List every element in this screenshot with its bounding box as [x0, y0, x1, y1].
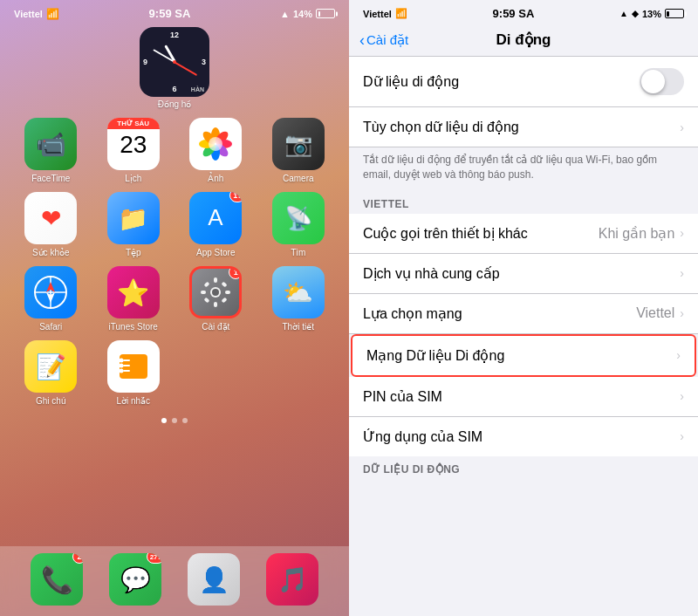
find-icon[interactable]: 📡 — [272, 192, 325, 244]
svg-rect-18 — [214, 302, 217, 307]
right-location-icon2: ◆ — [632, 9, 639, 18]
app-safari[interactable]: Safari — [14, 266, 88, 332]
mobile-data-row[interactable]: Dữ liệu di động — [349, 56, 698, 107]
itunesstore-label: iTunes Store — [109, 322, 158, 332]
viettel-section-header: VIETTEL — [349, 191, 698, 214]
network-selection-row[interactable]: Lựa chọn mạng Viettel › — [349, 294, 698, 334]
health-icon[interactable]: ❤ — [24, 192, 77, 244]
svg-rect-22 — [222, 281, 228, 287]
camera-icon[interactable]: 📷 — [272, 118, 325, 170]
svg-point-16 — [212, 289, 219, 296]
sim-apps-row[interactable]: Ứng dụng của SIM › — [349, 417, 698, 456]
right-phone: Viettel 📶 9:59 SA ▲ ◆ 13% ‹ Cài đặt Di đ… — [349, 0, 698, 616]
app-settings[interactable]: 1 Cài đặt — [179, 266, 253, 332]
chevron-icon-network: › — [680, 306, 684, 320]
appstore-icon[interactable]: A 17 — [189, 192, 242, 244]
dock-contacts[interactable]: 👤 — [188, 553, 240, 606]
app-notes[interactable]: 📝 Ghi chú — [14, 340, 88, 406]
right-battery-label: 13% — [642, 9, 661, 19]
app-itunesstore[interactable]: ⭐ iTunes Store — [97, 266, 171, 332]
calls-other-device-row[interactable]: Cuộc gọi trên thiết bị khác Khi gần bạn … — [349, 214, 698, 254]
app-weather[interactable]: ⛅ Thời tiết — [262, 266, 336, 332]
appstore-svg: A — [200, 202, 231, 234]
reminders-icon[interactable] — [107, 340, 160, 393]
back-button[interactable]: ‹ Cài đặt — [359, 31, 408, 49]
chevron-icon-sim-pin: › — [680, 389, 684, 403]
right-wifi-icon: 📶 — [395, 8, 407, 19]
page-dot-2 — [172, 418, 177, 423]
dock-music[interactable]: 🎵 — [266, 553, 318, 606]
nav-title: Di động — [496, 31, 551, 49]
app-files[interactable]: 📁 Tệp — [97, 192, 171, 257]
contacts-symbol: 👤 — [199, 565, 229, 594]
clock-app-label: Đồng hồ — [158, 99, 192, 109]
mobile-data-network-row[interactable]: Mạng Dữ liệu Di động › — [351, 334, 696, 377]
app-facetime[interactable]: 📹 FaceTime — [14, 118, 88, 183]
page-dot-1 — [161, 418, 167, 423]
itunesstore-icon[interactable]: ⭐ — [107, 266, 160, 318]
mobile-data-options-row[interactable]: Tùy chọn dữ liệu di động › — [349, 107, 698, 147]
sim-apps-label: Ứng dụng của SIM — [363, 428, 482, 445]
reminders-label: Lời nhắc — [116, 396, 150, 406]
svg-rect-21 — [204, 281, 210, 287]
battery-icon — [316, 9, 335, 18]
contacts-icon[interactable]: 👤 — [188, 553, 240, 606]
right-carrier-area: Viettel 📶 — [363, 8, 407, 19]
settings-badge: 1 — [229, 266, 242, 279]
clock-widget[interactable]: 12 3 6 9 HÀN — [140, 27, 209, 97]
svg-rect-27 — [123, 365, 130, 366]
notes-label: Ghi chú — [36, 396, 65, 406]
music-icon[interactable]: 🎵 — [266, 553, 318, 606]
notes-symbol: 📝 — [36, 352, 66, 381]
files-label: Tệp — [126, 248, 141, 257]
dock-phone[interactable]: 📞 2 — [31, 553, 83, 606]
photos-icon[interactable] — [189, 118, 242, 170]
app-reminders[interactable]: Lời nhắc — [97, 340, 171, 406]
safari-icon[interactable] — [24, 266, 77, 318]
sim-pin-row[interactable]: PIN của SIM › — [349, 377, 698, 417]
phone-icon[interactable]: 📞 2 — [31, 553, 83, 606]
sim-pin-label: PIN của SIM — [363, 388, 442, 405]
calendar-label: Lịch — [125, 174, 141, 183]
app-camera[interactable]: 📷 Camera — [262, 118, 336, 183]
page-dot-3 — [182, 418, 188, 423]
messages-badge: 277 — [147, 553, 161, 564]
messages-icon[interactable]: 💬 277 — [109, 553, 161, 606]
app-appstore[interactable]: A 17 App Store — [179, 192, 253, 257]
carrier-label: Viettel — [14, 9, 43, 19]
weather-symbol: ⛅ — [283, 278, 313, 307]
clock-num-9: 9 — [143, 58, 147, 66]
weather-icon[interactable]: ⛅ — [272, 266, 325, 318]
reminders-svg — [114, 347, 153, 386]
mobile-data-options-label: Tùy chọn dữ liệu di động — [363, 119, 519, 135]
mobile-data-network-label: Mạng Dữ liệu Di động — [366, 347, 504, 364]
clock-face: 12 3 6 9 HÀN — [140, 27, 209, 97]
right-battery-area: ▲ ◆ 13% — [619, 9, 684, 19]
svg-rect-23 — [204, 297, 210, 303]
notes-icon[interactable]: 📝 — [24, 340, 77, 393]
facetime-icon[interactable]: 📹 — [24, 118, 77, 170]
provider-service-row[interactable]: Dịch vụ nhà cung cấp › — [349, 254, 698, 294]
files-icon[interactable]: 📁 — [107, 192, 160, 244]
camera-label: Camera — [283, 174, 314, 183]
settings-icon[interactable]: 1 — [189, 266, 242, 318]
appstore-label: App Store — [196, 248, 235, 257]
svg-rect-24 — [222, 297, 228, 303]
dock-messages[interactable]: 💬 277 — [109, 553, 161, 606]
right-battery-fill — [667, 11, 668, 17]
wifi-icon: 📶 — [46, 8, 59, 20]
clock-num-12: 12 — [170, 31, 179, 39]
app-calendar[interactable]: THỨ SÁU 23 Lịch — [97, 118, 171, 183]
left-time: 9:59 SA — [149, 7, 191, 20]
app-find[interactable]: 📡 Tìm — [262, 192, 336, 257]
toggle-knob — [641, 70, 665, 93]
app-health[interactable]: ❤ Sức khỏe — [14, 192, 88, 257]
clock-num-3: 3 — [202, 58, 206, 66]
health-label: Sức khỏe — [32, 248, 70, 257]
app-photos[interactable]: Ảnh — [179, 118, 253, 183]
find-label: Tìm — [291, 248, 305, 257]
calls-label: Cuộc gọi trên thiết bị khác — [363, 225, 528, 242]
left-status-bar: Viettel 📶 9:59 SA ▲ 14% — [0, 0, 349, 24]
mobile-data-toggle[interactable] — [640, 68, 684, 95]
calendar-icon[interactable]: THỨ SÁU 23 — [107, 118, 160, 170]
